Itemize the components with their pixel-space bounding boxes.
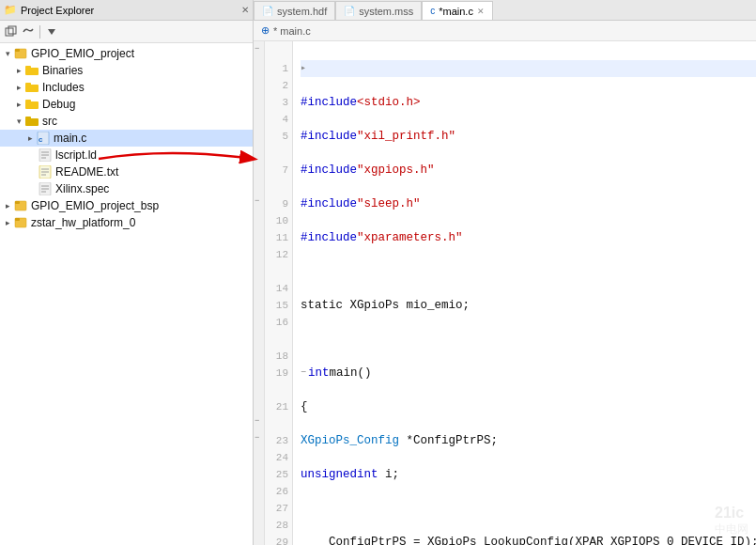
code-line-2: #include "xil_printf.h" xyxy=(301,128,756,145)
tree-label-binaries: Binaries xyxy=(42,64,83,77)
svg-rect-30 xyxy=(15,218,20,221)
svg-rect-4 xyxy=(15,49,20,52)
svg-rect-5 xyxy=(25,68,39,75)
tab-main-c[interactable]: c *main.c ✕ xyxy=(422,1,493,20)
tree-item-gpio-project[interactable]: ▾ GPIO_EMIO_project xyxy=(0,45,253,62)
tree-arrow-xilinx-spec xyxy=(26,183,38,195)
tree-arrow-lscript xyxy=(26,149,38,161)
tab-file-icon-mss: 📄 xyxy=(344,6,355,16)
tab-system-hdf[interactable]: 📄 system.hdf xyxy=(254,1,335,20)
tree-arrow-includes[interactable]: ▸ xyxy=(13,82,24,93)
svg-rect-6 xyxy=(25,66,31,69)
tree-item-readme[interactable]: README.txt xyxy=(0,164,253,180)
project-icon xyxy=(13,47,28,60)
view-menu-icon[interactable] xyxy=(44,24,59,39)
toolbar-separator xyxy=(39,25,40,39)
svg-rect-28 xyxy=(15,201,20,204)
svg-rect-1 xyxy=(8,26,16,34)
code-editor[interactable]: ▸ #include <stdio.h> #include "xil_print… xyxy=(293,41,756,545)
fold-marker-top[interactable]: − xyxy=(255,44,259,54)
tree-arrow-debug[interactable]: ▸ xyxy=(13,99,24,110)
tree-item-binaries[interactable]: ▸ Binaries xyxy=(0,62,253,79)
tab-label-system-hdf: system.hdf xyxy=(277,6,327,17)
code-line-fold: ▸ xyxy=(301,60,756,77)
code-line-4: #include "sleep.h" xyxy=(301,195,756,212)
file-txt-icon xyxy=(38,165,53,179)
code-line-12: unsigned int i; xyxy=(301,466,756,483)
svg-rect-11 xyxy=(25,118,39,126)
fold-marker-while[interactable]: − xyxy=(255,416,259,426)
code-line-1: #include <stdio.h> xyxy=(301,94,756,111)
explorer-toolbar xyxy=(0,21,253,43)
file-c-icon: c xyxy=(36,132,51,145)
project-explorer-panel: 📁 Project Explorer ✕ ▾ xyxy=(0,0,254,545)
code-line-9: −int main() xyxy=(301,365,756,382)
code-area[interactable]: − − − − 1 2 3 4 5 7 9 10 11 12 xyxy=(254,41,756,545)
tree-item-xilinx-spec[interactable]: Xilinx.spec xyxy=(0,180,253,197)
panel-title-bar: 📁 Project Explorer ✕ xyxy=(0,0,253,21)
code-line-5: #include "xparameters.h" xyxy=(301,229,756,246)
collapse-all-icon[interactable] xyxy=(4,24,19,39)
folder-src-icon xyxy=(24,115,39,128)
close-icon[interactable]: ✕ xyxy=(241,5,249,15)
svg-rect-8 xyxy=(25,83,31,86)
tree-label-main-c: main.c xyxy=(54,132,86,145)
project-tree: ▾ GPIO_EMIO_project ▸ xyxy=(0,43,253,545)
tree-label-readme: README.txt xyxy=(55,165,118,179)
folder-debug-icon xyxy=(24,98,39,111)
folder-includes-icon xyxy=(24,81,39,94)
code-line-3: #include "xgpiops.h" xyxy=(301,162,756,179)
svg-rect-0 xyxy=(6,28,13,36)
tab-system-mss[interactable]: 📄 system.mss xyxy=(335,1,422,20)
code-line-10: { xyxy=(301,398,756,415)
project-bsp-icon xyxy=(13,199,28,212)
panel-title: Project Explorer xyxy=(21,5,94,16)
svg-rect-7 xyxy=(25,85,39,92)
tree-item-lscript[interactable]: lscript.ld xyxy=(0,147,253,164)
code-line-7: static XGpioPs mio_emio; xyxy=(301,297,756,314)
code-line-11: XGpioPs_Config *ConfigPtrPS; xyxy=(301,432,756,449)
tree-label-gpio-bsp: GPIO_EMIO_project_bsp xyxy=(31,199,159,212)
tree-item-src[interactable]: ▾ src xyxy=(0,113,253,130)
tree-arrow-binaries[interactable]: ▸ xyxy=(13,65,24,76)
panel-icon: 📁 xyxy=(4,4,17,16)
tree-arrow-src[interactable]: ▾ xyxy=(13,116,24,127)
svg-rect-10 xyxy=(25,100,31,102)
breadcrumb-icon: ⊕ xyxy=(261,24,270,37)
code-line-14: ConfigPtrPS = XGpioPs_LookupConfig(XPAR_… xyxy=(301,534,756,545)
tree-arrow-readme xyxy=(26,166,38,178)
tree-arrow-zstar-hw[interactable]: ▸ xyxy=(2,217,13,228)
tree-label-zstar-hw: zstar_hw_platform_0 xyxy=(31,216,135,229)
project-hw-icon xyxy=(13,216,28,229)
tab-file-icon-hdf: 📄 xyxy=(262,6,273,16)
tree-arrow-main-c[interactable]: ▸ xyxy=(24,132,36,144)
line-numbers: 1 2 3 4 5 7 9 10 11 12 14 15 16 18 19 xyxy=(265,41,293,545)
svg-rect-9 xyxy=(25,101,39,109)
editor-tab-bar: 📄 system.hdf 📄 system.mss c *main.c ✕ xyxy=(254,0,756,21)
editor-breadcrumb: ⊕ * main.c xyxy=(254,21,756,41)
tree-item-zstar-hw[interactable]: ▸ zstar_hw_platform_0 xyxy=(0,214,253,231)
tab-file-icon-main-c: c xyxy=(430,6,435,16)
svg-rect-12 xyxy=(25,117,31,119)
folder-binaries-icon xyxy=(24,64,39,77)
tree-item-includes[interactable]: ▸ Includes xyxy=(0,79,253,96)
tree-arrow-gpio-project[interactable]: ▾ xyxy=(2,48,13,59)
tab-close-main-c[interactable]: ✕ xyxy=(477,7,485,16)
tab-label-system-mss: system.mss xyxy=(359,6,413,17)
tree-label-xilinx-spec: Xilinx.spec xyxy=(55,182,109,195)
link-with-editor-icon[interactable] xyxy=(21,24,36,39)
tree-item-main-c[interactable]: ▸ c main.c xyxy=(0,130,253,147)
breadcrumb-text: * main.c xyxy=(273,25,311,37)
fold-marker-for[interactable]: − xyxy=(255,433,259,443)
code-line-13 xyxy=(301,500,756,517)
tree-item-gpio-bsp[interactable]: ▸ GPIO_EMIO_project_bsp xyxy=(0,197,253,214)
tree-arrow-gpio-bsp[interactable]: ▸ xyxy=(2,200,13,211)
svg-marker-2 xyxy=(48,29,55,35)
file-ld-icon xyxy=(38,148,53,162)
editor-panel: 📄 system.hdf 📄 system.mss c *main.c ✕ ⊕ … xyxy=(254,0,756,545)
tree-label-includes: Includes xyxy=(42,81,85,94)
tree-label-debug: Debug xyxy=(42,98,75,111)
tab-label-main-c: *main.c xyxy=(439,6,473,17)
tree-item-debug[interactable]: ▸ Debug xyxy=(0,96,253,113)
fold-marker-main[interactable]: − xyxy=(255,196,259,206)
